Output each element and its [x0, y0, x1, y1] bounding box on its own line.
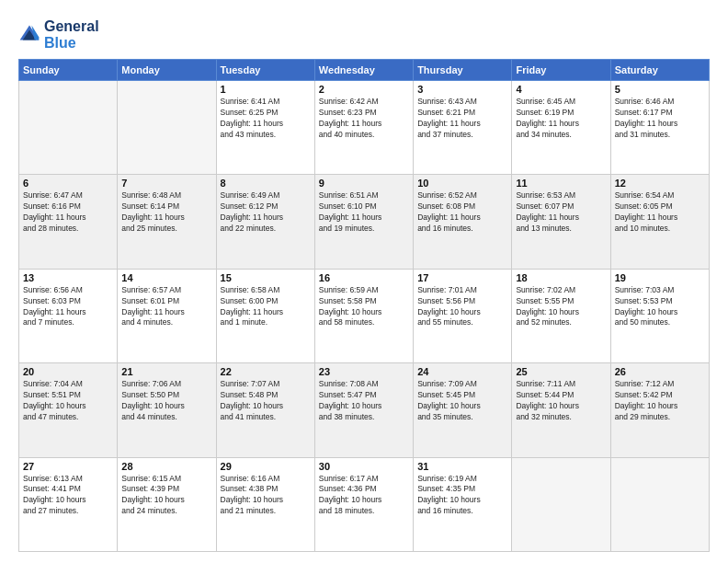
calendar-cell: 14Sunrise: 6:57 AM Sunset: 6:01 PM Dayli… [118, 269, 216, 362]
calendar-cell: 31Sunrise: 6:19 AM Sunset: 4:35 PM Dayli… [414, 457, 512, 551]
day-number: 9 [319, 178, 409, 189]
weekday-header-sunday: Sunday [19, 60, 118, 81]
day-detail: Sunrise: 6:51 AM Sunset: 6:10 PM Dayligh… [319, 190, 409, 235]
day-detail: Sunrise: 6:16 AM Sunset: 4:38 PM Dayligh… [221, 474, 311, 518]
calendar-cell: 25Sunrise: 7:11 AM Sunset: 5:44 PM Dayli… [512, 363, 610, 457]
calendar-cell: 28Sunrise: 6:15 AM Sunset: 4:39 PM Dayli… [118, 457, 216, 551]
weekday-header-monday: Monday [118, 60, 216, 81]
day-number: 10 [417, 178, 507, 189]
calendar-week-row: 6Sunrise: 6:47 AM Sunset: 6:16 PM Daylig… [19, 175, 710, 269]
day-number: 23 [319, 366, 409, 377]
day-number: 19 [615, 272, 705, 283]
day-detail: Sunrise: 6:46 AM Sunset: 6:17 PM Dayligh… [615, 97, 705, 141]
day-detail: Sunrise: 6:47 AM Sunset: 6:16 PM Dayligh… [23, 190, 113, 235]
calendar-week-row: 13Sunrise: 6:56 AM Sunset: 6:03 PM Dayli… [19, 269, 710, 362]
page: General Blue SundayMondayTuesdayWednesda… [0, 0, 728, 563]
day-detail: Sunrise: 6:45 AM Sunset: 6:19 PM Dayligh… [516, 97, 606, 141]
calendar-cell [19, 81, 118, 175]
calendar-cell: 5Sunrise: 6:46 AM Sunset: 6:17 PM Daylig… [610, 81, 709, 175]
day-number: 21 [121, 366, 211, 377]
day-detail: Sunrise: 6:54 AM Sunset: 6:05 PM Dayligh… [615, 190, 705, 235]
day-detail: Sunrise: 7:01 AM Sunset: 5:56 PM Dayligh… [417, 285, 507, 329]
calendar-week-row: 1Sunrise: 6:41 AM Sunset: 6:25 PM Daylig… [19, 81, 710, 175]
day-number: 1 [221, 84, 311, 95]
day-detail: Sunrise: 7:11 AM Sunset: 5:44 PM Dayligh… [516, 379, 606, 423]
weekday-header-friday: Friday [512, 60, 610, 81]
day-detail: Sunrise: 6:42 AM Sunset: 6:23 PM Dayligh… [319, 97, 409, 141]
calendar-cell: 3Sunrise: 6:43 AM Sunset: 6:21 PM Daylig… [414, 81, 512, 175]
calendar-cell: 16Sunrise: 6:59 AM Sunset: 5:58 PM Dayli… [314, 269, 413, 362]
day-number: 20 [23, 366, 113, 377]
day-number: 5 [615, 84, 705, 95]
day-number: 6 [23, 178, 113, 189]
calendar-cell: 15Sunrise: 6:58 AM Sunset: 6:00 PM Dayli… [216, 269, 314, 362]
calendar-cell: 26Sunrise: 7:12 AM Sunset: 5:42 PM Dayli… [610, 363, 709, 457]
day-number: 27 [23, 461, 113, 472]
calendar-cell: 6Sunrise: 6:47 AM Sunset: 6:16 PM Daylig… [19, 175, 118, 269]
calendar-cell: 19Sunrise: 7:03 AM Sunset: 5:53 PM Dayli… [610, 269, 709, 362]
day-detail: Sunrise: 6:13 AM Sunset: 4:41 PM Dayligh… [23, 474, 113, 518]
day-number: 12 [615, 178, 705, 189]
day-detail: Sunrise: 6:48 AM Sunset: 6:14 PM Dayligh… [121, 190, 211, 235]
weekday-header-row: SundayMondayTuesdayWednesdayThursdayFrid… [19, 60, 710, 81]
weekday-header-saturday: Saturday [610, 60, 709, 81]
day-detail: Sunrise: 6:58 AM Sunset: 6:00 PM Dayligh… [221, 285, 311, 329]
weekday-header-wednesday: Wednesday [314, 60, 413, 81]
day-detail: Sunrise: 6:56 AM Sunset: 6:03 PM Dayligh… [23, 285, 113, 329]
calendar-cell: 11Sunrise: 6:53 AM Sunset: 6:07 PM Dayli… [512, 175, 610, 269]
calendar-cell: 2Sunrise: 6:42 AM Sunset: 6:23 PM Daylig… [314, 81, 413, 175]
day-detail: Sunrise: 6:59 AM Sunset: 5:58 PM Dayligh… [319, 285, 409, 329]
calendar-cell: 27Sunrise: 6:13 AM Sunset: 4:41 PM Dayli… [19, 457, 118, 551]
calendar-cell: 9Sunrise: 6:51 AM Sunset: 6:10 PM Daylig… [314, 175, 413, 269]
calendar-cell: 17Sunrise: 7:01 AM Sunset: 5:56 PM Dayli… [414, 269, 512, 362]
day-detail: Sunrise: 7:06 AM Sunset: 5:50 PM Dayligh… [121, 379, 211, 423]
header: General Blue [18, 15, 710, 52]
day-detail: Sunrise: 6:53 AM Sunset: 6:07 PM Dayligh… [516, 190, 606, 235]
day-detail: Sunrise: 7:08 AM Sunset: 5:47 PM Dayligh… [319, 379, 409, 423]
calendar-cell: 22Sunrise: 7:07 AM Sunset: 5:48 PM Dayli… [216, 363, 314, 457]
calendar-cell: 10Sunrise: 6:52 AM Sunset: 6:08 PM Dayli… [414, 175, 512, 269]
day-detail: Sunrise: 7:07 AM Sunset: 5:48 PM Dayligh… [221, 379, 311, 423]
calendar-cell: 30Sunrise: 6:17 AM Sunset: 4:36 PM Dayli… [314, 457, 413, 551]
logo: General Blue [18, 18, 99, 52]
day-number: 2 [319, 84, 409, 95]
calendar-table: SundayMondayTuesdayWednesdayThursdayFrid… [18, 59, 710, 552]
calendar-cell: 29Sunrise: 6:16 AM Sunset: 4:38 PM Dayli… [216, 457, 314, 551]
calendar-cell: 21Sunrise: 7:06 AM Sunset: 5:50 PM Dayli… [118, 363, 216, 457]
day-detail: Sunrise: 6:19 AM Sunset: 4:35 PM Dayligh… [417, 474, 507, 518]
day-number: 7 [121, 178, 211, 189]
day-detail: Sunrise: 7:12 AM Sunset: 5:42 PM Dayligh… [615, 379, 705, 423]
calendar-cell: 1Sunrise: 6:41 AM Sunset: 6:25 PM Daylig… [216, 81, 314, 175]
day-number: 18 [516, 272, 606, 283]
calendar-week-row: 27Sunrise: 6:13 AM Sunset: 4:41 PM Dayli… [19, 457, 710, 551]
day-detail: Sunrise: 6:52 AM Sunset: 6:08 PM Dayligh… [417, 190, 507, 235]
day-number: 14 [121, 272, 211, 283]
day-number: 15 [221, 272, 311, 283]
day-number: 24 [417, 366, 507, 377]
day-number: 11 [516, 178, 606, 189]
day-number: 25 [516, 366, 606, 377]
calendar-cell: 4Sunrise: 6:45 AM Sunset: 6:19 PM Daylig… [512, 81, 610, 175]
calendar-cell: 23Sunrise: 7:08 AM Sunset: 5:47 PM Dayli… [314, 363, 413, 457]
day-detail: Sunrise: 6:15 AM Sunset: 4:39 PM Dayligh… [121, 474, 211, 518]
day-number: 22 [221, 366, 311, 377]
calendar-cell [610, 457, 709, 551]
day-number: 16 [319, 272, 409, 283]
day-detail: Sunrise: 6:49 AM Sunset: 6:12 PM Dayligh… [221, 190, 311, 235]
day-detail: Sunrise: 6:17 AM Sunset: 4:36 PM Dayligh… [319, 474, 409, 518]
day-detail: Sunrise: 7:04 AM Sunset: 5:51 PM Dayligh… [23, 379, 113, 423]
calendar-cell [512, 457, 610, 551]
day-detail: Sunrise: 7:09 AM Sunset: 5:45 PM Dayligh… [417, 379, 507, 423]
calendar-week-row: 20Sunrise: 7:04 AM Sunset: 5:51 PM Dayli… [19, 363, 710, 457]
calendar-cell [118, 81, 216, 175]
day-number: 31 [417, 461, 507, 472]
calendar-cell: 12Sunrise: 6:54 AM Sunset: 6:05 PM Dayli… [610, 175, 709, 269]
logo-icon [18, 24, 40, 46]
day-detail: Sunrise: 6:57 AM Sunset: 6:01 PM Dayligh… [121, 285, 211, 329]
calendar-cell: 13Sunrise: 6:56 AM Sunset: 6:03 PM Dayli… [19, 269, 118, 362]
weekday-header-thursday: Thursday [414, 60, 512, 81]
calendar-cell: 18Sunrise: 7:02 AM Sunset: 5:55 PM Dayli… [512, 269, 610, 362]
weekday-header-tuesday: Tuesday [216, 60, 314, 81]
day-number: 4 [516, 84, 606, 95]
day-detail: Sunrise: 7:02 AM Sunset: 5:55 PM Dayligh… [516, 285, 606, 329]
